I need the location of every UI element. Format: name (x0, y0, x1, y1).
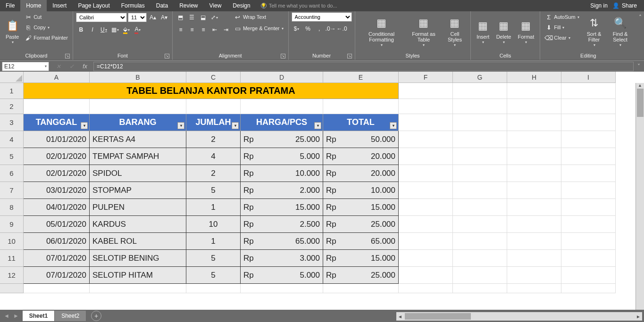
filter-button[interactable]: ▾ (390, 122, 397, 129)
share-button[interactable]: 👤 Share (612, 2, 637, 9)
underline-button[interactable]: U▾ (99, 25, 109, 35)
cell-harga[interactable]: Rp25.000 (241, 131, 323, 148)
col-header-B[interactable]: B (90, 72, 186, 83)
filter-button[interactable]: ▾ (314, 122, 321, 129)
find-select-button[interactable]: 🔍Find & Select▾ (607, 12, 634, 52)
decrease-decimal-icon[interactable]: ←.0 (337, 24, 347, 34)
scroll-right-icon[interactable]: ► (635, 313, 642, 320)
enter-formula-icon[interactable]: ✓ (67, 63, 76, 70)
prev-sheet-icon[interactable]: ◄ (4, 313, 9, 319)
merge-center-button[interactable]: ▭Merge & Center▾ (232, 24, 285, 33)
vertical-scrollbar[interactable]: ▲ (636, 83, 644, 310)
row-header-7[interactable]: 7 (0, 182, 24, 199)
cell-barang[interactable]: KERTAS A4 (90, 131, 186, 148)
cell-total[interactable]: Rp15.000 (323, 199, 399, 216)
row-header-6[interactable]: 6 (0, 165, 24, 182)
row-header-11[interactable]: 11 (0, 250, 24, 267)
number-dialog-icon[interactable]: ↘ (347, 54, 352, 58)
cell-tanggal[interactable]: 05/01/2020 (24, 216, 90, 233)
cell-jumlah[interactable]: 1 (186, 233, 241, 250)
conditional-formatting-button[interactable]: ▦Conditional Formatting▾ (358, 12, 405, 52)
cell-barang[interactable]: KARDUS (90, 216, 186, 233)
cell-tanggal[interactable]: 06/01/2020 (24, 233, 90, 250)
increase-indent-icon[interactable]: ⇥ (221, 25, 231, 35)
align-bottom-icon[interactable]: ⬓ (198, 12, 209, 23)
increase-decimal-icon[interactable]: .0→ (326, 24, 336, 34)
col-header-C[interactable]: C (186, 72, 241, 83)
cell-tanggal[interactable]: 02/01/2020 (24, 165, 90, 182)
cell-total[interactable]: Rp25.000 (323, 216, 399, 233)
cell-barang[interactable]: SPIDOL (90, 165, 186, 182)
cell-harga[interactable]: Rp2.000 (241, 182, 323, 199)
bold-button[interactable]: B (76, 25, 86, 35)
tab-design[interactable]: Design (227, 0, 256, 11)
fx-icon[interactable]: fx (80, 63, 90, 70)
align-left-icon[interactable]: ≡ (176, 25, 186, 35)
cell-jumlah[interactable]: 10 (186, 216, 241, 233)
title-cell[interactable]: TABEL BELANJA KANTOR PRATAMA (24, 83, 399, 99)
table-header[interactable]: TOTAL▾ (323, 114, 399, 131)
row-header-12[interactable]: 12 (0, 267, 24, 284)
cell-barang[interactable]: SELOTIP BENING (90, 250, 186, 267)
col-header-A[interactable]: A (24, 72, 90, 83)
cell-jumlah[interactable]: 2 (186, 131, 241, 148)
alignment-dialog-icon[interactable]: ↘ (281, 54, 285, 58)
scroll-left-icon[interactable]: ◄ (396, 313, 404, 320)
cell-total[interactable]: Rp20.000 (323, 165, 399, 182)
col-header-F[interactable]: F (399, 72, 453, 83)
cell-styles-button[interactable]: ▦Cell Styles▾ (442, 12, 467, 52)
cell-barang[interactable]: SELOTIP HITAM (90, 267, 186, 284)
number-format-select[interactable]: Accounting (292, 12, 352, 22)
increase-font-icon[interactable]: A▴ (148, 12, 158, 23)
clipboard-dialog-icon[interactable]: ↘ (65, 54, 70, 58)
font-color-button[interactable]: A▾ (133, 25, 143, 35)
fill-button[interactable]: ⬇Fill▾ (543, 23, 581, 32)
insert-cells-button[interactable]: ▦Insert▾ (474, 12, 493, 52)
accounting-format-icon[interactable]: $▾ (292, 24, 302, 34)
cell-total[interactable]: Rp50.000 (323, 131, 399, 148)
expand-formula-icon[interactable]: ˅ (634, 63, 644, 70)
cell-jumlah[interactable]: 5 (186, 250, 241, 267)
cell-total[interactable]: Rp20.000 (323, 148, 399, 165)
tab-review[interactable]: Review (174, 0, 203, 11)
cell-total[interactable]: Rp65.000 (323, 233, 399, 250)
cancel-formula-icon[interactable]: ✕ (54, 63, 63, 70)
collapse-ribbon-icon[interactable]: ˄ (636, 11, 644, 60)
row-header-5[interactable]: 5 (0, 148, 24, 165)
row-header-1[interactable]: 1 (0, 83, 24, 99)
cell-harga[interactable]: Rp3.000 (241, 250, 323, 267)
cell-jumlah[interactable]: 5 (186, 182, 241, 199)
cell-barang[interactable]: STOPMAP (90, 182, 186, 199)
cell-tanggal[interactable]: 07/01/2020 (24, 267, 90, 284)
decrease-font-icon[interactable]: A▾ (159, 12, 169, 23)
autosum-button[interactable]: ΣAutoSum▾ (543, 12, 581, 22)
row-header-4[interactable]: 4 (0, 131, 24, 148)
table-header[interactable]: BARANG▾ (90, 114, 186, 131)
col-header-G[interactable]: G (453, 72, 507, 83)
font-name-select[interactable]: Calibri (76, 13, 127, 22)
cell-total[interactable]: Rp10.000 (323, 182, 399, 199)
align-top-icon[interactable]: ⬒ (176, 12, 186, 23)
next-sheet-icon[interactable]: ► (13, 313, 19, 319)
table-header[interactable]: TANGGAL▾ (24, 114, 90, 131)
tell-me-search[interactable]: 💡 Tell me what you want to do... (261, 3, 591, 8)
wrap-text-button[interactable]: ↩Wrap Text (232, 12, 285, 22)
horizontal-scrollbar[interactable]: ◄ ► (396, 312, 642, 321)
fill-color-button[interactable]: ⬙▾ (121, 25, 132, 35)
row-header-10[interactable]: 10 (0, 233, 24, 250)
row-header-8[interactable]: 8 (0, 199, 24, 216)
decrease-indent-icon[interactable]: ⇤ (209, 25, 220, 35)
grid[interactable]: TABEL BELANJA KANTOR PRATAMATANGGAL▾BARA… (24, 83, 644, 293)
tab-page-layout[interactable]: Page Layout (72, 0, 115, 11)
comma-format-icon[interactable]: , (314, 24, 325, 34)
cell-total[interactable]: Rp25.000 (323, 267, 399, 284)
sheet-tab-1[interactable]: Sheet1 (23, 311, 55, 321)
name-box[interactable]: E12▾ (2, 62, 49, 71)
percent-format-icon[interactable]: % (303, 24, 313, 34)
col-header-D[interactable]: D (241, 72, 323, 83)
cell-jumlah[interactable]: 1 (186, 199, 241, 216)
delete-cells-button[interactable]: ▦Delete▾ (493, 12, 514, 52)
orientation-icon[interactable]: ⤢▾ (209, 12, 220, 23)
tab-file[interactable]: File (0, 0, 20, 11)
cell-barang[interactable]: TEMPAT SAMPAH (90, 148, 186, 165)
